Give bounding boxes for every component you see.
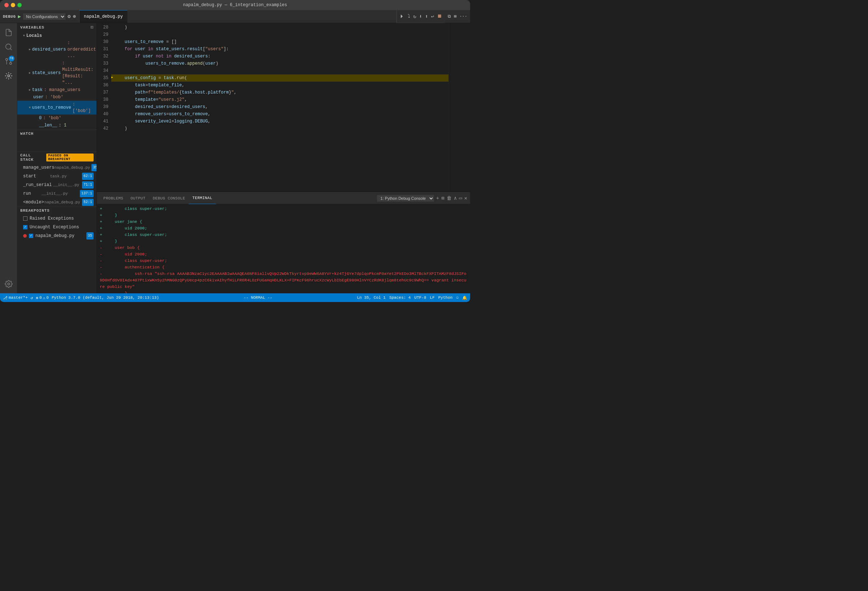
variables-title: VARIABLES [20,25,44,29]
bp-raised-exceptions[interactable]: Raised Exceptions [17,214,96,223]
files-icon[interactable] [2,26,15,39]
uncaught-exceptions-checkbox[interactable]: ✓ [23,225,28,229]
output-tab-label: OUTPUT [130,196,145,200]
maximize-button[interactable] [17,3,22,7]
line-numbers: 28 29 30 31 32 33 34 35 36 37 38 39 40 4… [97,23,111,192]
smiley-icon[interactable]: ☺ [456,296,459,300]
debug-icon[interactable] [2,69,15,83]
debug-play-button[interactable]: ▶ [18,13,21,19]
panel-layout-icon[interactable]: ▭ [459,195,462,201]
variables-section: VARIABLES ⊡ ▼ Locals ▶ desired_users : o… [17,23,96,130]
more-actions-icon[interactable]: ··· [459,14,467,19]
rewind-button[interactable]: ↩ [431,13,434,19]
stop-button[interactable]: ⏹ [437,13,442,19]
code-area: 28 29 30 31 32 33 34 35 36 37 38 39 40 4… [97,23,470,192]
problems-tab-label: PROBLEMS [103,196,123,200]
tab-debug-console[interactable]: DEBUG CONSOLE [149,193,189,204]
source-control-icon[interactable]: 78 [2,55,15,68]
continue-button[interactable]: ⏵ [400,13,405,19]
content-area: 78 VARIABLES ⊡ ▼ Locals [0,23,470,293]
bottom-panel: PROBLEMS OUTPUT DEBUG CONSOLE TERMINAL 1… [97,192,470,293]
breakpoints-section: BREAKPOINTS Raised Exceptions ✓ Uncaught… [17,206,96,240]
code-content[interactable]: ) users_to_remove = [] for user in state… [111,23,449,192]
window-controls[interactable] [4,3,22,7]
term-line: - } [100,290,467,293]
variables-list: ▼ Locals ▶ desired_users : ordereddict([… [17,31,96,130]
add-terminal-icon[interactable]: + [436,195,439,201]
variables-header[interactable]: VARIABLES ⊡ [17,23,96,31]
var-state-users[interactable]: ▶ state_users : MultiResult: [Result: ".… [17,60,96,86]
bp-napalm-debug[interactable]: ✓ napalm_debug.py 35 [17,231,96,240]
git-branch[interactable]: ⎇ master*+ [3,296,28,300]
state-users-expand-icon: ▶ [29,70,31,76]
layout-icon[interactable]: ⊞ [454,14,456,19]
debug-notifications-icon[interactable]: ⊕ [72,13,75,19]
cs-run[interactable]: run __init__.py 137:1 [17,189,96,198]
notifications-icon[interactable]: 🔔 [462,296,467,300]
debug-controls: ⏵ ⤵ ↻ ⬇ ⬆ ↩ ⏹ [396,10,445,23]
terminal-selector[interactable]: 1: Python Debug Console [377,195,434,202]
step-out-button[interactable]: ⬇ [419,13,422,19]
bp-uncaught-exceptions[interactable]: ✓ Uncaught Exceptions [17,223,96,231]
cs-module[interactable]: <module> napalm_debug.py 52:1 [17,198,96,206]
bottom-tabs: PROBLEMS OUTPUT DEBUG CONSOLE TERMINAL 1… [97,193,470,204]
kill-terminal-icon[interactable]: 🗑 [447,195,452,201]
var-desired-users[interactable]: ▶ desired_users : ordereddict([('joe', .… [17,39,96,60]
watch-header[interactable]: WATCH [17,130,96,137]
terminal-content[interactable]: + class super-user; + } + user jane { + … [97,204,470,293]
tab-problems[interactable]: PROBLEMS [100,193,127,204]
var-users-to-remove[interactable]: ▼ users_to_remove : ['bob'] [17,101,96,115]
maximize-panel-icon[interactable]: ∧ [454,195,457,201]
raised-exceptions-checkbox[interactable] [23,217,28,221]
restart-button[interactable]: ⬆ [425,13,428,19]
indentation[interactable]: Spaces: 4 [389,296,410,300]
call-stack-header[interactable]: CALL STACK PAUSED ON BREAKPOINT [17,152,96,163]
minimize-button[interactable] [11,3,15,7]
variables-copy-icon[interactable]: ⊡ [91,25,94,30]
napalm-debug-checkbox[interactable]: ✓ [29,234,33,238]
debug-gear-icon[interactable]: ⚙ [68,13,71,19]
paused-badge: PAUSED ON BREAKPOINT [46,153,94,162]
minimap [449,23,470,192]
step-into-button[interactable]: ↻ [413,13,416,19]
svg-line-1 [10,49,12,50]
settings-icon[interactable] [2,277,15,290]
errors-indicator[interactable]: ⊗ 0 ⚠ 0 [36,296,49,300]
breakpoints-title: BREAKPOINTS [20,208,50,213]
split-terminal-icon[interactable]: ⊞ [441,195,444,201]
sync-button[interactable]: ↺ [31,296,33,300]
line-ending[interactable]: LF [430,296,435,300]
split-editor-icon[interactable]: ⧉ [448,14,451,19]
cs-run-serial[interactable]: _run_serial __init__.py 71:1 [17,181,96,189]
close-button[interactable] [4,3,9,7]
terminal-actions: 1: Python Debug Console + ⊞ 🗑 ∧ ▭ ✕ [377,195,467,202]
tab-output[interactable]: OUTPUT [127,193,149,204]
language-mode[interactable]: Python [438,296,453,300]
var-len[interactable]: __len__ : 1 [17,122,96,129]
python-version[interactable]: Python 3.7.0 (default, Jun 29 2018, 20:1… [52,296,159,300]
cs-manage-users[interactable]: manage_users napalm_debug.py 35:1 [17,163,96,172]
debug-console-tab-label: DEBUG CONSOLE [153,196,185,200]
cursor-position[interactable]: Ln 35, Col 1 [357,296,385,300]
napalm-debug-tab[interactable]: napalm_debug.py [80,10,128,23]
code-line-38: template="users.j2", [111,96,449,103]
warning-icon: ⚠ [43,296,46,300]
branch-icon: ⎇ [3,296,7,300]
step-over-button[interactable]: ⤵ [407,13,410,19]
debug-config-dropdown[interactable]: No Configurations [23,13,65,20]
var-user[interactable]: user : 'bob' [17,94,96,101]
svg-point-3 [6,59,7,61]
var-task[interactable]: ▶ task : manage_users [17,86,96,94]
breakpoints-header[interactable]: BREAKPOINTS [17,207,96,214]
close-panel-icon[interactable]: ✕ [464,195,467,201]
search-icon[interactable] [2,40,15,53]
locals-group[interactable]: ▼ Locals [17,32,96,39]
term-line: - authentication { [100,264,467,271]
var-index-0[interactable]: 0 : 'bob' [17,115,96,122]
encoding[interactable]: UTF-8 [415,296,427,300]
call-stack-section: CALL STACK PAUSED ON BREAKPOINT manage_u… [17,151,96,206]
svg-point-6 [7,283,10,285]
cs-start[interactable]: start task.py 62:1 [17,172,96,181]
tab-terminal[interactable]: TERMINAL [189,193,216,204]
branch-name: master*+ [9,296,28,300]
